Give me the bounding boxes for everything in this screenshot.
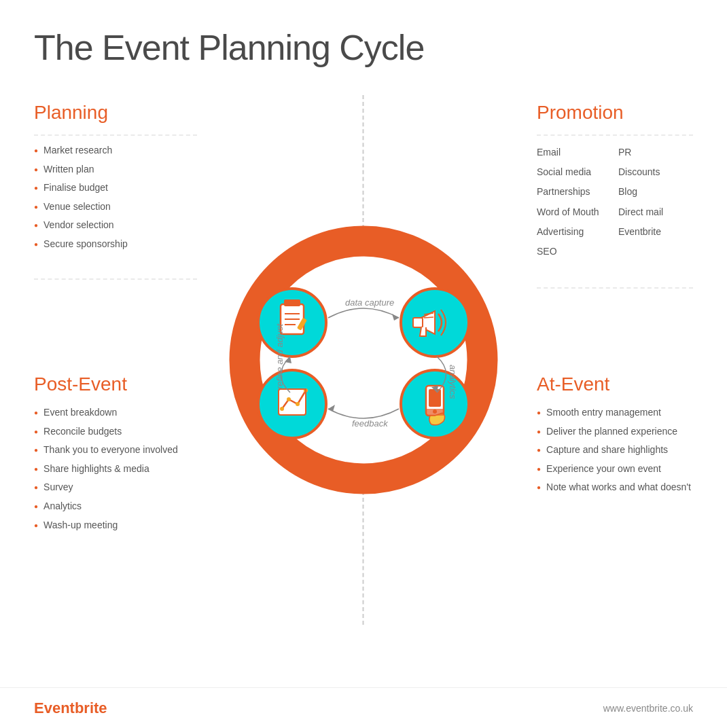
svg-text:data capture: data capture — [345, 297, 394, 308]
promo-item: Discounts — [618, 164, 693, 181]
promotion-section: Promotion Email PR Social media Discount… — [523, 81, 700, 360]
planning-list: Market research Written plan Finalise bu… — [34, 144, 197, 251]
promo-item: Email — [537, 144, 611, 161]
list-item: Venue selection — [34, 200, 197, 214]
promo-item: Direct mail — [618, 204, 693, 221]
promotion-title: Promotion — [537, 102, 693, 124]
planning-bottom-divider — [34, 278, 197, 280]
promo-item: Social media — [537, 164, 611, 181]
promotion-divider — [537, 134, 693, 136]
promo-item: Partnerships — [537, 183, 611, 200]
list-item: Survey — [34, 481, 197, 494]
list-item: Thank you to everyone involved — [34, 443, 197, 457]
svg-point-15 — [280, 407, 284, 411]
planning-divider — [34, 134, 197, 136]
svg-rect-4 — [284, 299, 300, 306]
svg-text:analytics: analytics — [448, 365, 458, 399]
page-title: The Event Planning Cycle — [0, 0, 727, 81]
promo-item: Eventbrite — [618, 223, 693, 240]
list-item: Share highlights & media — [34, 462, 197, 476]
post-event-title: Post-Event — [34, 374, 197, 395]
list-item: Event breakdown — [34, 406, 197, 420]
center-diagram: data capture analytics feedback refine a… — [204, 81, 523, 638]
promo-item — [618, 243, 693, 260]
list-item: Wash-up meeting — [34, 519, 197, 532]
promo-item: PR — [618, 144, 693, 161]
promo-item: Word of Mouth — [537, 204, 611, 221]
at-event-title: At-Event — [537, 374, 693, 395]
list-item: Secure sponsorship — [34, 238, 197, 251]
svg-rect-21 — [429, 389, 441, 407]
svg-text:refine and adjust: refine and adjust — [274, 323, 285, 389]
list-item: Note what works and what doesn't — [537, 481, 693, 494]
list-item: Written plan — [34, 163, 197, 177]
footer: Eventbrite www.eventbrite.co.uk — [0, 687, 727, 728]
list-item: Reconcile budgets — [34, 425, 197, 439]
list-item: Vendor selection — [34, 219, 197, 232]
list-item: Analytics — [34, 500, 197, 513]
svg-line-12 — [424, 317, 433, 318]
svg-rect-23 — [426, 409, 444, 416]
footer-brand: Eventbrite — [34, 699, 107, 717]
promo-item: Blog — [618, 183, 693, 200]
at-event-section: At-Event Smooth entry management Deliver… — [523, 360, 700, 638]
planning-title: Planning — [34, 102, 197, 124]
svg-point-17 — [296, 402, 300, 406]
main-content: Planning Market research Written plan Fi… — [0, 81, 727, 638]
list-item: Finalise budget — [34, 181, 197, 195]
svg-point-16 — [287, 397, 291, 401]
post-event-list: Event breakdown Reconcile budgets Thank … — [34, 406, 197, 532]
list-item: Deliver the planned experience — [537, 425, 693, 439]
list-item: Capture and share highlights — [537, 443, 693, 457]
promotion-grid: Email PR Social media Discounts Partners… — [537, 144, 693, 260]
list-item: Experience your own event — [537, 462, 693, 476]
promo-item: SEO — [537, 243, 611, 260]
post-event-section: Post-Event Event breakdown Reconcile bud… — [27, 360, 204, 638]
svg-text:feedback: feedback — [352, 418, 389, 429]
cycle-diagram: data capture analytics feedback refine a… — [221, 217, 506, 503]
promo-item: Advertising — [537, 223, 611, 240]
svg-rect-10 — [413, 318, 423, 327]
promotion-bottom-divider — [537, 287, 693, 289]
footer-url: www.eventbrite.co.uk — [603, 703, 693, 714]
planning-section: Planning Market research Written plan Fi… — [27, 81, 204, 360]
list-item: Smooth entry management — [537, 406, 693, 420]
list-item: Market research — [34, 144, 197, 158]
at-event-list: Smooth entry management Deliver the plan… — [537, 406, 693, 494]
